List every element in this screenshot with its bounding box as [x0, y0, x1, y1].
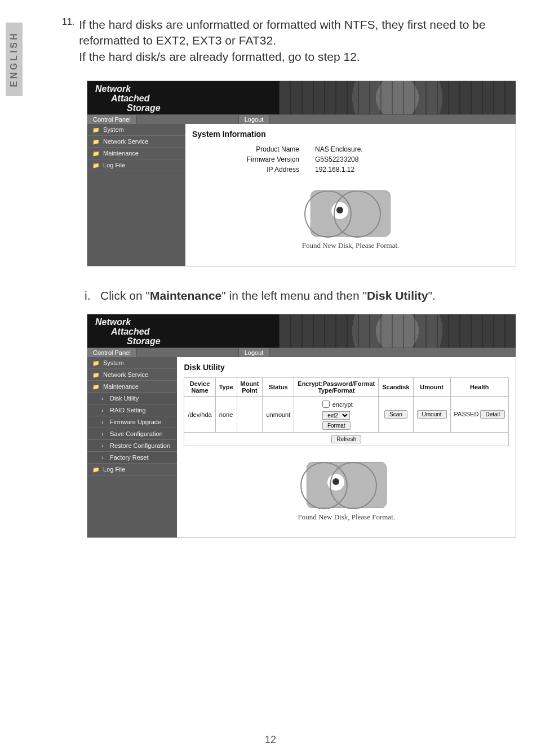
umount-button[interactable]: Umount: [417, 410, 447, 419]
sidebar-item-label: System: [103, 126, 124, 133]
chevron-right-icon: ›: [99, 418, 107, 426]
sidebar-item[interactable]: ›Restore Configuration: [87, 440, 177, 452]
format-type-select[interactable]: ext2: [322, 411, 350, 420]
info-key: Firmware Version: [226, 155, 299, 163]
cell-status: unmount: [263, 397, 294, 433]
info-row: IP Address192.168.1.12: [226, 164, 509, 175]
column-header: Device Name: [184, 378, 215, 397]
folder-icon: 📁: [92, 161, 100, 169]
content-heading: Disk Utility: [184, 363, 509, 372]
column-header: Umount: [413, 378, 450, 397]
screenshot-disk-utility: Network Attached Storage Control Panel L…: [87, 314, 516, 538]
info-value: G5S52233208: [315, 155, 358, 163]
sidebar-item-label: Factory Reset: [110, 454, 148, 461]
chevron-right-icon: ›: [99, 442, 107, 450]
sidebar-item-label: Log File: [103, 466, 125, 473]
sidebar: 📁System📁Network Service📁Maintenance📁Log …: [87, 124, 185, 266]
tab-logout[interactable]: Logout: [238, 115, 270, 124]
sidebar-item[interactable]: 📁Log File: [87, 159, 185, 171]
tab-logout[interactable]: Logout: [238, 348, 270, 357]
step-text-2: If the hard disk/s are already formatted…: [79, 49, 507, 65]
folder-icon: 📁: [92, 137, 100, 145]
disk-icon: [311, 190, 391, 237]
cell-format: encrypt ext2 Format: [294, 397, 379, 433]
tab-row: Control Panel Logout: [87, 348, 516, 357]
instruction-step-11: 11. If the hard disks are unformatted or…: [62, 17, 507, 65]
sidebar-item[interactable]: 📁System: [87, 357, 177, 369]
column-header: Scandisk: [379, 378, 413, 397]
tab-row: Control Panel Logout: [87, 115, 516, 124]
info-key: Product Name: [226, 145, 299, 153]
sidebar-item[interactable]: ›Firmware Upgrade: [87, 416, 177, 428]
sidebar-item-label: Network Service: [103, 138, 148, 145]
brand-line-3: Storage: [127, 337, 510, 346]
sidebar-item[interactable]: 📁Network Service: [87, 136, 185, 148]
substep-text: Click on "Maintenance" in the left menu …: [100, 289, 436, 302]
encrypt-label: encrypt: [332, 401, 353, 408]
folder-icon: 📁: [92, 126, 100, 134]
info-row: Firmware VersionG5S52233208: [226, 154, 509, 164]
sidebar-item[interactable]: ›Save Configuration: [87, 428, 177, 440]
chevron-right-icon: ›: [99, 406, 107, 414]
folder-icon: 📁: [92, 149, 100, 157]
sidebar-item[interactable]: 📁Network Service: [87, 369, 177, 381]
sidebar-item-label: Maintenance: [103, 150, 139, 157]
encrypt-checkbox[interactable]: [322, 401, 330, 408]
sidebar-item-label: Maintenance: [103, 383, 139, 390]
refresh-row: Refresh: [184, 433, 509, 446]
sidebar-item[interactable]: ›Factory Reset: [87, 452, 177, 464]
table-row: /dev/hda none unmount encrypt: [184, 397, 509, 433]
cell-device-name: /dev/hda: [184, 397, 215, 433]
sidebar-item-label: Firmware Upgrade: [110, 419, 161, 425]
sidebar-item[interactable]: 📁System: [87, 124, 185, 136]
sidebar-item[interactable]: ›RAID Setting: [87, 404, 177, 416]
column-header: Health: [450, 378, 508, 397]
app-header: Network Attached Storage: [87, 314, 516, 348]
step-text-1: If the hard disks are unformatted or for…: [79, 17, 507, 49]
folder-icon: 📁: [92, 383, 100, 390]
info-value: NAS Enclosure.: [315, 145, 363, 153]
sidebar-item-label: Network Service: [103, 371, 148, 378]
folder-icon: 📁: [92, 465, 100, 473]
chevron-right-icon: ›: [99, 394, 107, 402]
sidebar-item[interactable]: ›Disk Utility: [87, 393, 177, 404]
sidebar-item[interactable]: 📁Maintenance: [87, 381, 177, 393]
disk-caption: Found New Disk, Please Format.: [184, 513, 509, 522]
column-header: Type: [215, 378, 237, 397]
tab-control-panel[interactable]: Control Panel: [87, 115, 137, 124]
substep-number: i.: [85, 289, 91, 302]
language-tab-label: ENGLISH: [9, 31, 19, 87]
info-table: Product NameNAS Enclosure.Firmware Versi…: [226, 144, 509, 175]
page-number: 12: [0, 734, 541, 746]
disk-utility-table: Device NameTypeMount PointStatusEncrypt:…: [184, 377, 509, 446]
refresh-button[interactable]: Refresh: [331, 435, 361, 443]
detail-button[interactable]: Detail: [480, 410, 505, 419]
sidebar-item-label: RAID Setting: [110, 407, 146, 413]
tab-control-panel[interactable]: Control Panel: [87, 348, 137, 357]
brand-line-2: Attached: [111, 94, 510, 104]
health-status: PASSED: [454, 411, 479, 417]
screenshot-system-information: Network Attached Storage Control Panel L…: [87, 81, 516, 266]
sidebar-item-label: System: [103, 359, 124, 366]
column-header: Mount Point: [237, 378, 263, 397]
sidebar-item-label: Log File: [103, 162, 125, 168]
column-header: Status: [263, 378, 294, 397]
chevron-right-icon: ›: [99, 453, 107, 461]
sidebar-item[interactable]: 📁Maintenance: [87, 148, 185, 159]
sidebar-item-label: Save Configuration: [110, 430, 163, 437]
sidebar: 📁System📁Network Service📁Maintenance›Disk…: [87, 357, 177, 537]
info-key: IP Address: [226, 166, 299, 174]
scan-button[interactable]: Scan: [384, 410, 407, 419]
column-header: Encrypt:Password/Format Type/Format: [294, 378, 379, 397]
app-header: Network Attached Storage: [87, 81, 516, 115]
cell-mount-point: [237, 397, 263, 433]
folder-icon: 📁: [92, 359, 100, 367]
format-button[interactable]: Format: [322, 421, 351, 430]
brand-line-2: Attached: [111, 327, 510, 337]
disk-caption: Found New Disk, Please Format.: [192, 241, 509, 250]
brand-line-1: Network: [95, 85, 510, 94]
brand-line-1: Network: [95, 318, 510, 327]
sidebar-item[interactable]: 📁Log File: [87, 464, 177, 475]
brand-line-3: Storage: [127, 104, 510, 113]
info-row: Product NameNAS Enclosure.: [226, 144, 509, 154]
